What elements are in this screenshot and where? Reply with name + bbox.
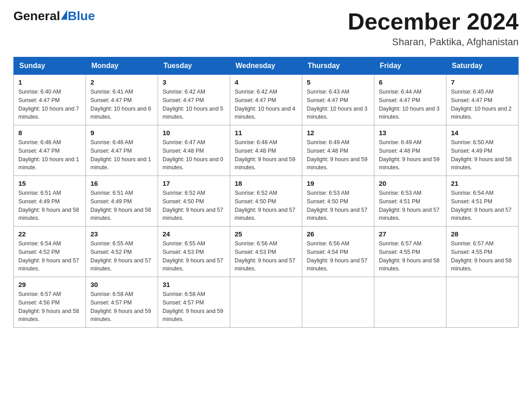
day-number: 28 <box>451 230 514 238</box>
calendar-day-cell: 14Sunrise: 6:50 AMSunset: 4:49 PMDayligh… <box>446 125 519 176</box>
day-info: Sunrise: 6:54 AMSunset: 4:51 PMDaylight:… <box>451 189 514 223</box>
day-number: 22 <box>18 230 81 238</box>
header-tuesday: Tuesday <box>158 57 230 75</box>
header-thursday: Thursday <box>302 57 374 75</box>
calendar-week-row: 1Sunrise: 6:40 AMSunset: 4:47 PMDaylight… <box>14 75 519 125</box>
calendar-day-cell: 16Sunrise: 6:51 AMSunset: 4:49 PMDayligh… <box>86 176 158 227</box>
calendar-week-row: 29Sunrise: 6:57 AMSunset: 4:56 PMDayligh… <box>14 277 519 328</box>
day-number: 21 <box>451 180 514 187</box>
day-number: 18 <box>235 180 297 187</box>
calendar-day-cell: 7Sunrise: 6:45 AMSunset: 4:47 PMDaylight… <box>446 75 519 125</box>
day-number: 6 <box>379 78 442 86</box>
day-number: 25 <box>235 230 297 238</box>
day-info: Sunrise: 6:56 AMSunset: 4:54 PMDaylight:… <box>307 240 369 273</box>
calendar-day-cell: 20Sunrise: 6:53 AMSunset: 4:51 PMDayligh… <box>374 176 446 227</box>
calendar-day-cell: 5Sunrise: 6:43 AMSunset: 4:47 PMDaylight… <box>302 75 374 125</box>
calendar-day-cell: 6Sunrise: 6:44 AMSunset: 4:47 PMDaylight… <box>374 75 446 125</box>
calendar-day-cell: 3Sunrise: 6:42 AMSunset: 4:47 PMDaylight… <box>158 75 230 125</box>
day-info: Sunrise: 6:47 AMSunset: 4:48 PMDaylight:… <box>163 138 225 172</box>
day-info: Sunrise: 6:57 AMSunset: 4:55 PMDaylight:… <box>451 240 514 273</box>
calendar-day-cell: 30Sunrise: 6:58 AMSunset: 4:57 PMDayligh… <box>86 277 158 328</box>
calendar-body: 1Sunrise: 6:40 AMSunset: 4:47 PMDaylight… <box>14 75 519 328</box>
calendar-week-row: 15Sunrise: 6:51 AMSunset: 4:49 PMDayligh… <box>14 176 519 227</box>
day-number: 15 <box>18 180 81 187</box>
header-sunday: Sunday <box>14 57 86 75</box>
calendar-day-cell: 9Sunrise: 6:46 AMSunset: 4:47 PMDaylight… <box>86 125 158 176</box>
calendar-day-cell: 23Sunrise: 6:55 AMSunset: 4:52 PMDayligh… <box>86 227 158 277</box>
calendar-day-cell: 31Sunrise: 6:58 AMSunset: 4:57 PMDayligh… <box>158 277 230 328</box>
day-info: Sunrise: 6:42 AMSunset: 4:47 PMDaylight:… <box>235 88 297 121</box>
day-info: Sunrise: 6:44 AMSunset: 4:47 PMDaylight:… <box>379 88 442 121</box>
day-info: Sunrise: 6:56 AMSunset: 4:53 PMDaylight:… <box>235 240 297 273</box>
day-info: Sunrise: 6:53 AMSunset: 4:50 PMDaylight:… <box>307 189 369 223</box>
day-info: Sunrise: 6:58 AMSunset: 4:57 PMDaylight:… <box>90 290 153 324</box>
day-number: 26 <box>307 230 369 238</box>
day-number: 17 <box>163 180 225 187</box>
day-number: 11 <box>235 129 297 137</box>
day-number: 4 <box>235 78 297 86</box>
day-number: 13 <box>379 129 442 137</box>
day-number: 14 <box>451 129 514 137</box>
day-number: 3 <box>163 78 225 86</box>
day-number: 2 <box>90 78 153 86</box>
day-info: Sunrise: 6:40 AMSunset: 4:47 PMDaylight:… <box>18 88 81 121</box>
logo-general-text: General <box>13 9 60 23</box>
calendar-day-cell: 2Sunrise: 6:41 AMSunset: 4:47 PMDaylight… <box>86 75 158 125</box>
calendar-day-cell: 12Sunrise: 6:49 AMSunset: 4:48 PMDayligh… <box>302 125 374 176</box>
day-info: Sunrise: 6:49 AMSunset: 4:48 PMDaylight:… <box>307 138 369 172</box>
calendar-day-cell: 21Sunrise: 6:54 AMSunset: 4:51 PMDayligh… <box>446 176 519 227</box>
day-info: Sunrise: 6:57 AMSunset: 4:56 PMDaylight:… <box>18 290 81 324</box>
calendar-day-cell: 26Sunrise: 6:56 AMSunset: 4:54 PMDayligh… <box>302 227 374 277</box>
header-saturday: Saturday <box>446 57 519 75</box>
day-number: 16 <box>90 180 153 187</box>
day-info: Sunrise: 6:54 AMSunset: 4:52 PMDaylight:… <box>18 240 81 273</box>
day-number: 31 <box>163 281 225 288</box>
day-info: Sunrise: 6:53 AMSunset: 4:51 PMDaylight:… <box>379 189 442 223</box>
calendar-day-cell: 18Sunrise: 6:52 AMSunset: 4:50 PMDayligh… <box>230 176 302 227</box>
day-info: Sunrise: 6:55 AMSunset: 4:52 PMDaylight:… <box>90 240 153 273</box>
day-info: Sunrise: 6:46 AMSunset: 4:47 PMDaylight:… <box>18 138 81 172</box>
day-info: Sunrise: 6:57 AMSunset: 4:55 PMDaylight:… <box>379 240 442 273</box>
day-info: Sunrise: 6:50 AMSunset: 4:49 PMDaylight:… <box>451 138 514 172</box>
day-number: 1 <box>18 78 81 86</box>
calendar-day-cell: 4Sunrise: 6:42 AMSunset: 4:47 PMDaylight… <box>230 75 302 125</box>
logo-triangle-icon <box>61 10 67 20</box>
day-number: 29 <box>18 281 81 288</box>
day-number: 30 <box>90 281 153 288</box>
calendar-day-cell: 17Sunrise: 6:52 AMSunset: 4:50 PMDayligh… <box>158 176 230 227</box>
day-header-row: SundayMondayTuesdayWednesdayThursdayFrid… <box>14 57 519 75</box>
calendar-day-cell: 8Sunrise: 6:46 AMSunset: 4:47 PMDaylight… <box>14 125 86 176</box>
day-info: Sunrise: 6:55 AMSunset: 4:53 PMDaylight:… <box>163 240 225 273</box>
day-info: Sunrise: 6:49 AMSunset: 4:48 PMDaylight:… <box>379 138 442 172</box>
day-info: Sunrise: 6:48 AMSunset: 4:48 PMDaylight:… <box>235 138 297 172</box>
calendar-day-cell: 29Sunrise: 6:57 AMSunset: 4:56 PMDayligh… <box>14 277 86 328</box>
calendar-day-cell: 15Sunrise: 6:51 AMSunset: 4:49 PMDayligh… <box>14 176 86 227</box>
month-title: December 2024 <box>348 9 519 34</box>
day-number: 20 <box>379 180 442 187</box>
day-info: Sunrise: 6:42 AMSunset: 4:47 PMDaylight:… <box>163 88 225 121</box>
calendar-day-cell: 1Sunrise: 6:40 AMSunset: 4:47 PMDaylight… <box>14 75 86 125</box>
day-info: Sunrise: 6:52 AMSunset: 4:50 PMDaylight:… <box>163 189 225 223</box>
day-info: Sunrise: 6:52 AMSunset: 4:50 PMDaylight:… <box>235 189 297 223</box>
day-info: Sunrise: 6:51 AMSunset: 4:49 PMDaylight:… <box>90 189 153 223</box>
calendar-day-cell: 27Sunrise: 6:57 AMSunset: 4:55 PMDayligh… <box>374 227 446 277</box>
calendar-day-cell: 28Sunrise: 6:57 AMSunset: 4:55 PMDayligh… <box>446 227 519 277</box>
day-number: 24 <box>163 230 225 238</box>
calendar-day-cell <box>446 277 519 328</box>
calendar-day-cell: 25Sunrise: 6:56 AMSunset: 4:53 PMDayligh… <box>230 227 302 277</box>
header-friday: Friday <box>374 57 446 75</box>
calendar-header: SundayMondayTuesdayWednesdayThursdayFrid… <box>14 57 519 75</box>
calendar-day-cell: 24Sunrise: 6:55 AMSunset: 4:53 PMDayligh… <box>158 227 230 277</box>
day-info: Sunrise: 6:58 AMSunset: 4:57 PMDaylight:… <box>163 290 225 324</box>
day-number: 10 <box>163 129 225 137</box>
day-number: 27 <box>379 230 442 238</box>
logo: General Blue <box>13 9 95 23</box>
calendar-day-cell: 11Sunrise: 6:48 AMSunset: 4:48 PMDayligh… <box>230 125 302 176</box>
calendar-day-cell <box>302 277 374 328</box>
day-number: 19 <box>307 180 369 187</box>
header-monday: Monday <box>86 57 158 75</box>
calendar-day-cell: 19Sunrise: 6:53 AMSunset: 4:50 PMDayligh… <box>302 176 374 227</box>
day-info: Sunrise: 6:41 AMSunset: 4:47 PMDaylight:… <box>90 88 153 121</box>
calendar-table: SundayMondayTuesdayWednesdayThursdayFrid… <box>13 57 519 328</box>
day-info: Sunrise: 6:46 AMSunset: 4:47 PMDaylight:… <box>90 138 153 172</box>
